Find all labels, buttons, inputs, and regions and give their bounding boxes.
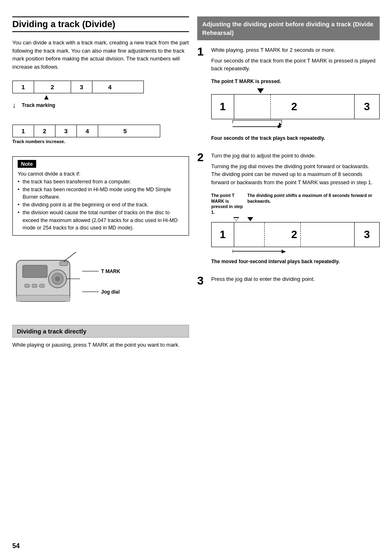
step1-caption2: Four seconds of the track plays back rep… [211,134,380,142]
right-section-title: Adjusting the dividing point before divi… [197,16,380,40]
step2-cell-2: 2 [234,222,355,247]
track-after-cell-2: 2 [34,125,55,137]
step-3: 3 Press the jog dial to enter the dividi… [197,275,380,287]
note-title: Note [18,160,36,168]
step1-cell-2: 2 [234,95,355,119]
step1-cell-1: 1 [212,95,234,119]
tmark-position-arrow [233,217,239,221]
svg-rect-8 [25,284,30,287]
svg-rect-10 [39,284,44,287]
track-after-cell-3: 3 [55,125,77,137]
svg-marker-17 [282,250,286,253]
svg-rect-5 [60,262,68,266]
bullet-2: the track has been recorded in Hi-MD mod… [18,186,184,201]
step-3-number: 3 [197,275,207,287]
track-after-cell-4: 4 [77,125,98,137]
step-2-number: 2 [197,152,207,267]
step2-caption: The moved four-second interval plays bac… [211,258,380,265]
tmark-label: T MARK [101,269,120,274]
track-cell-3: 3 [71,81,92,93]
note-box: Note You cannot divide a track if: the t… [12,156,189,236]
step2-diagram: The point T MARK is pressed in step 1. T… [211,193,380,255]
track-cell-1: 1 [13,81,34,93]
track-after-diagram: 1 2 3 4 5 Track numbers increase. [12,125,189,144]
step-2: 2 Turn the jog dial to adjust the point … [197,152,380,267]
track-before-diagram: 1 2 3 4 ▲ ↓ Track marking [12,81,189,111]
step1-caption1: The point T MARK is pressed. [211,78,380,85]
svg-rect-9 [32,284,37,287]
subsection-text: While playing or pausing, press T MARK a… [12,341,189,349]
track-after-cell-5: 5 [98,125,152,137]
step-1-instruction: While playing, press T MARK for 2 second… [211,46,380,54]
svg-point-4 [55,276,60,281]
track-cell-2: 2 [34,81,71,93]
note-bullets: the track has been transferred from a co… [18,178,184,232]
tmark-label-line: T MARK [82,269,120,274]
jogdial-label-line: Jog dial [82,289,120,295]
step2-label-right: The dividing point shifts a maximum of 8… [247,193,380,215]
step1-track-diagram: 1 2 3 [211,88,380,132]
page-title: Dividing a track (Divide) [12,16,189,32]
step2-cell-3: 3 [355,222,379,247]
dividing-point-arrow [247,217,253,221]
bullet-4: the division would cause the total numbe… [18,209,184,232]
track-marking-label: Track marking [18,102,55,108]
step-1-number: 1 [197,46,207,144]
svg-rect-1 [23,265,47,278]
track-marking-arrow: ↓ [12,102,16,109]
step-2-sub: Turning the jog dial moves the dividing … [211,162,380,187]
intro-text: You can divide a track with a track mark… [12,39,189,71]
step2-label-left: The point T MARK is pressed in step 1. [211,193,244,215]
subsection-title: Dividing a track directly [12,325,189,338]
step-3-instruction: Press the jog dial to enter the dividing… [211,275,380,283]
page-number: 54 [12,542,20,550]
bullet-1: the track has been transferred from a co… [18,178,184,186]
note-intro: You cannot divide a track if: [18,170,184,178]
track-cell-4: 4 [92,81,127,93]
track-after-cell-1: 1 [13,125,34,137]
step-2-instruction: Turn the jog dial to adjust the point to… [211,152,380,160]
device-image [12,248,86,315]
jogdial-label: Jog dial [101,289,120,295]
subsection-dividing-directly: Dividing a track directly While playing … [12,325,189,349]
svg-line-7 [64,252,76,262]
step1-cell-3: 3 [355,95,379,119]
device-area: T MARK Jog dial [12,248,189,315]
step-1: 1 While playing, press T MARK for 2 seco… [197,46,380,144]
track-numbers-label: Track numbers increase. [12,139,189,144]
step2-cell-1: 1 [212,222,234,247]
step-1-sub: Four seconds of the track from the point… [211,57,380,73]
bullet-3: the dividing point is at the beginning o… [18,201,184,209]
svg-rect-11 [16,295,70,301]
